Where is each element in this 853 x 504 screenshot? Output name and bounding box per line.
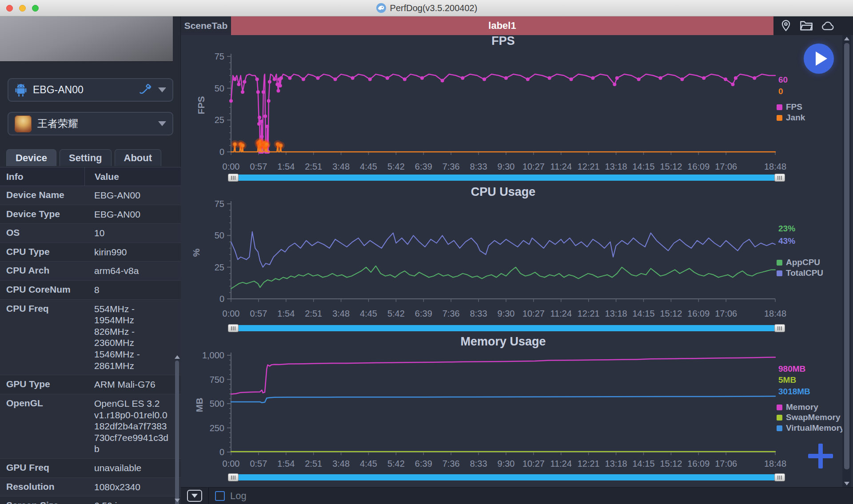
value-cell: kirin990 <box>84 243 181 262</box>
svg-text:15:12: 15:12 <box>660 162 682 171</box>
main-scrollbar-thumb[interactable] <box>844 43 849 469</box>
svg-text:25: 25 <box>215 262 224 272</box>
scene-header: SceneTab label1 <box>181 16 853 35</box>
perfdog-logo-icon <box>376 3 387 13</box>
svg-text:10:27: 10:27 <box>522 162 545 171</box>
chevron-down-icon[interactable] <box>158 121 166 126</box>
svg-text:250: 250 <box>210 423 224 433</box>
fps-current-value: 0 <box>778 87 783 96</box>
device-selector-label: EBG-AN00 <box>33 84 133 96</box>
tab-setting[interactable]: Setting <box>60 149 112 166</box>
device-info-table: Info Value Device NameEBG-AN00Device Typ… <box>0 167 181 504</box>
device-selector[interactable]: EBG-AN00 <box>8 78 173 102</box>
slider-track[interactable] <box>239 325 774 331</box>
scroll-down-icon[interactable] <box>175 499 180 502</box>
cpu-time-range-slider[interactable] <box>228 324 785 332</box>
svg-text:4:45: 4:45 <box>360 162 377 171</box>
svg-text:1:54: 1:54 <box>277 162 295 171</box>
cpu-current-value: 43% <box>778 236 795 246</box>
svg-text:3:48: 3:48 <box>332 309 350 318</box>
cloud-icon[interactable] <box>821 20 835 31</box>
svg-text:16:09: 16:09 <box>687 459 710 468</box>
svg-text:1,000: 1,000 <box>202 350 224 360</box>
cpu-y-axis-label: % <box>191 249 202 257</box>
info-cell: Screen Size <box>0 496 84 504</box>
cpu-plot: 02550750:000:571:542:513:484:455:426:397… <box>181 185 853 336</box>
scroll-up-icon[interactable] <box>175 355 180 359</box>
svg-text:15:12: 15:12 <box>660 459 682 468</box>
value-cell: 10 <box>84 224 181 242</box>
svg-text:9:30: 9:30 <box>498 459 515 468</box>
svg-text:10:27: 10:27 <box>522 309 545 318</box>
mem-legend-swapmemory[interactable]: SwapMemory <box>777 413 840 422</box>
app-selector[interactable]: 王者荣耀 <box>8 112 173 135</box>
slider-handle-right[interactable] <box>774 174 785 182</box>
svg-text:16:09: 16:09 <box>687 309 710 318</box>
svg-text:0: 0 <box>219 294 224 304</box>
log-toggle[interactable]: Log <box>215 490 247 502</box>
tab-device[interactable]: Device <box>6 149 56 166</box>
slider-handle-left[interactable] <box>228 324 239 332</box>
table-row: CPU Archarm64-v8a <box>0 262 181 281</box>
table-row: GPU Frequnavailable <box>0 459 181 478</box>
fps-chart: FPSFPS02550750:000:571:542:513:484:455:4… <box>181 35 853 185</box>
sidebar-scrollbar[interactable] <box>174 353 180 504</box>
cpu-chart-title: CPU Usage <box>231 185 775 199</box>
info-cell: CPU Freq <box>0 300 84 375</box>
tab-about[interactable]: About <box>115 149 162 166</box>
svg-text:17:06: 17:06 <box>715 459 737 468</box>
location-pin-icon[interactable] <box>780 20 792 32</box>
info-cell: CPU Arch <box>0 262 84 280</box>
minimize-button[interactable] <box>19 5 26 12</box>
legend-swatch <box>777 405 782 410</box>
svg-text:25: 25 <box>215 115 224 125</box>
svg-text:75: 75 <box>215 52 224 61</box>
mem-current-value: 3018MB <box>778 387 810 397</box>
log-checkbox[interactable] <box>215 491 225 501</box>
device-screen-preview <box>0 16 173 62</box>
sidebar-scrollbar-thumb[interactable] <box>175 361 179 504</box>
svg-text:12:21: 12:21 <box>578 459 600 468</box>
app-selector-label: 王者荣耀 <box>37 117 152 131</box>
svg-text:6:39: 6:39 <box>415 309 432 318</box>
scene-tab[interactable]: SceneTab <box>181 16 231 35</box>
add-chart-button[interactable] <box>808 444 833 468</box>
cpu-legend-totalcpu[interactable]: TotalCPU <box>777 268 823 278</box>
slider-handle-left[interactable] <box>228 473 239 481</box>
svg-text:17:06: 17:06 <box>715 162 737 171</box>
svg-text:15:12: 15:12 <box>660 309 682 318</box>
info-cell: OpenGL <box>0 394 84 458</box>
close-button[interactable] <box>6 5 13 12</box>
scroll-down-icon[interactable] <box>844 482 849 485</box>
legend-swatch <box>777 270 782 276</box>
slider-track[interactable] <box>239 175 774 181</box>
slider-handle-right[interactable] <box>774 473 785 481</box>
svg-text:1:54: 1:54 <box>277 309 295 318</box>
fps-legend-jank[interactable]: Jank <box>777 113 805 123</box>
expand-panel-button[interactable] <box>187 490 202 502</box>
titlebar: PerfDog(v3.5.200402) <box>0 0 853 16</box>
mem-legend-memory[interactable]: Memory <box>777 402 818 412</box>
play-button[interactable] <box>804 44 834 74</box>
legend-label: VirtualMemory <box>786 423 845 433</box>
fps-current-value: 60 <box>778 75 788 85</box>
fps-time-range-slider[interactable] <box>228 174 785 182</box>
svg-text:11:24: 11:24 <box>550 162 572 171</box>
fps-legend-fps[interactable]: FPS <box>777 102 802 112</box>
folder-icon[interactable] <box>800 20 813 32</box>
zoom-button[interactable] <box>32 5 39 12</box>
slider-track[interactable] <box>239 474 774 480</box>
scene-label-tab[interactable]: label1 <box>231 16 773 35</box>
slider-handle-right[interactable] <box>774 324 785 332</box>
chevron-down-icon[interactable] <box>158 87 166 92</box>
legend-label: Jank <box>786 113 805 123</box>
app-window: PerfDog(v3.5.200402) EBG-AN00 <box>0 0 853 504</box>
mem-legend-virtualmemory[interactable]: VirtualMemory <box>777 423 845 433</box>
main-scrollbar[interactable] <box>842 35 851 487</box>
scroll-up-icon[interactable] <box>844 37 849 40</box>
slider-handle-left[interactable] <box>228 174 239 182</box>
cpu-legend-appcpu[interactable]: AppCPU <box>777 258 820 267</box>
mem-time-range-slider[interactable] <box>228 473 785 481</box>
svg-text:8:33: 8:33 <box>470 459 487 468</box>
fps-y-axis-label: FPS <box>196 96 207 115</box>
